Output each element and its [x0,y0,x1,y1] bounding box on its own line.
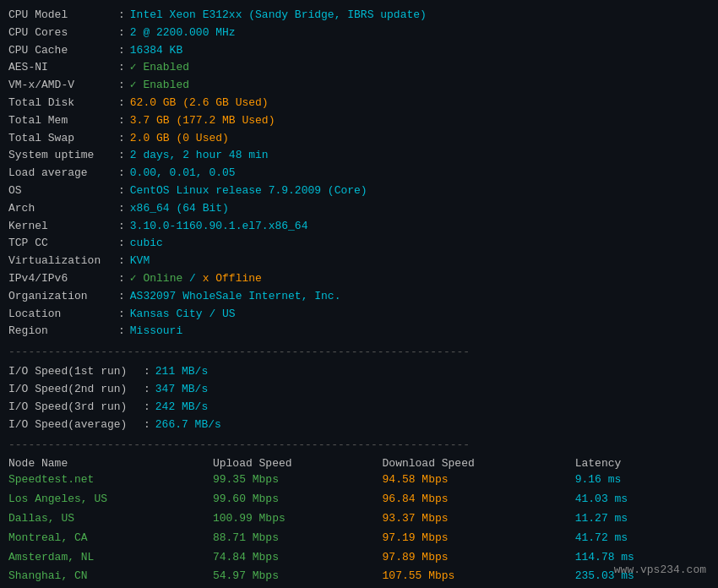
sysinfo-row: CPU Model: Intel Xeon E312xx (Sandy Brid… [8,7,710,24]
colon: : [118,147,125,165]
sysinfo-label: Total Swap [8,130,118,148]
io-row: I/O Speed(average): 266.7 MB/s [8,416,710,434]
sysinfo-value: ✓ Enabled [130,59,189,77]
sysinfo-row: Location: Kansas City / US [8,306,710,324]
sysinfo-value: 2.0 GB (0 Used) [130,130,229,148]
colon: : [118,323,125,340]
sysinfo-label: Total Disk [8,95,118,112]
sysinfo-row: CPU Cores: 2 @ 2200.000 MHz [8,24,710,42]
network-row: Amsterdam, NL74.84 Mbps97.89 Mbps114.78 … [8,548,710,568]
watermark-label: www.vps234.com [614,564,706,576]
colon: : [118,288,125,306]
io-row: I/O Speed(2nd run): 347 MB/s [8,381,710,399]
network-upload: 74.84 Mbps [213,548,383,568]
io-row: I/O Speed(3rd run): 242 MB/s [8,399,710,416]
sysinfo-row: Total Swap: 2.0 GB (0 Used) [8,130,710,148]
network-node: Los Angeles, US [8,490,213,509]
network-row: Speedtest.net99.35 Mbps94.58 Mbps9.16 ms [8,471,710,490]
colon: : [118,42,125,60]
network-download: 97.19 Mbps [383,529,575,548]
colon: : [118,59,125,77]
colon: : [118,270,125,288]
sysinfo-value: Missouri [130,323,182,340]
io-label: I/O Speed(3rd run) [8,399,144,416]
io-value: 242 MB/s [155,399,208,416]
colon: : [118,182,125,200]
sysinfo-value: 0.00, 0.01, 0.05 [130,165,236,182]
colon: : [118,95,125,112]
colon: : [118,112,125,130]
sysinfo-value: 16384 KB [130,42,182,60]
sysinfo-value: 2 days, 2 hour 48 min [130,147,269,165]
sysinfo-row: Total Disk: 62.0 GB (2.6 GB Used) [8,95,710,112]
sysinfo-value: KVM [130,253,150,270]
sysinfo-label: Organization [8,288,118,306]
network-download: 94.58 Mbps [383,471,575,490]
sysinfo-row: VM-x/AMD-V: ✓ Enabled [8,77,710,95]
sysinfo-row: Virtualization: KVM [8,253,710,270]
colon: : [118,218,125,236]
network-download: 96.84 Mbps [383,490,575,509]
colon: : [144,416,150,434]
sysinfo-row: Total Mem: 3.7 GB (177.2 MB Used) [8,112,710,130]
network-header: Latency [575,456,710,471]
network-latency: 41.03 ms [575,490,710,509]
network-latency: 41.72 ms [575,529,710,548]
network-table: Node NameUpload SpeedDownload SpeedLaten… [8,456,710,588]
sysinfo-value: CentOS Linux release 7.9.2009 (Core) [130,182,367,200]
sysinfo-row: Load average: 0.00, 0.01, 0.05 [8,165,710,182]
sysinfo-value: 3.7 GB (177.2 MB Used) [130,112,275,130]
sysinfo-label: TCP CC [8,235,118,253]
io-label: I/O Speed(2nd run) [8,381,144,399]
sysinfo-label: Region [8,323,118,340]
colon: : [118,306,125,324]
sysinfo-row: System uptime: 2 days, 2 hour 48 min [8,147,710,165]
colon: : [118,77,125,95]
network-node: Shanghai, CN [8,567,213,586]
sysinfo-row: Kernel: 3.10.0-1160.90.1.el7.x86_64 [8,218,710,236]
io-value: 266.7 MB/s [155,416,221,434]
divider-2: ----------------------------------------… [8,438,710,451]
sysinfo-value: 2 @ 2200.000 MHz [130,24,236,42]
colon: : [144,381,150,399]
io-section: I/O Speed(1st run): 211 MB/sI/O Speed(2n… [8,363,710,451]
io-label: I/O Speed(1st run) [8,363,144,381]
sysinfo-row: CPU Cache: 16384 KB [8,42,710,60]
colon: : [118,253,125,270]
sysinfo-label: Kernel [8,218,118,236]
sysinfo-value: Kansas City / US [130,306,236,324]
colon: : [118,200,125,218]
sysinfo-label: AES-NI [8,59,118,77]
sysinfo-label: System uptime [8,147,118,165]
network-upload: 100.99 Mbps [213,509,383,529]
sysinfo-label: IPv4/IPv6 [8,270,118,288]
sysinfo-label: OS [8,182,118,200]
sysinfo-value: ✓ Online / x Offline [130,270,262,288]
network-upload: 99.60 Mbps [213,490,383,509]
sysinfo-row: AES-NI: ✓ Enabled [8,59,710,77]
network-node: Speedtest.net [8,471,213,490]
io-row: I/O Speed(1st run): 211 MB/s [8,363,710,381]
network-upload: 54.97 Mbps [213,567,383,586]
sysinfo-value: 3.10.0-1160.90.1.el7.x86_64 [130,218,308,236]
sysinfo-label: Total Mem [8,112,118,130]
sysinfo-row: TCP CC: cubic [8,235,710,253]
sysinfo-label: VM-x/AMD-V [8,77,118,95]
network-header: Node Name [8,456,213,471]
colon: : [144,399,150,416]
network-row: Dallas, US100.99 Mbps93.37 Mbps11.27 ms [8,509,710,529]
colon: : [118,235,125,253]
io-label: I/O Speed(average) [8,416,144,434]
sysinfo-label: CPU Model [8,7,118,24]
sysinfo-label: CPU Cache [8,42,118,60]
sysinfo-value: cubic [130,235,163,253]
sysinfo-row: OS: CentOS Linux release 7.9.2009 (Core) [8,182,710,200]
network-row: Montreal, CA88.71 Mbps97.19 Mbps41.72 ms [8,529,710,548]
network-latency: 9.16 ms [575,471,710,490]
network-node: Montreal, CA [8,529,213,548]
colon: : [118,24,125,42]
sysinfo-value: ✓ Enabled [130,77,189,95]
sysinfo-row: Region: Missouri [8,323,710,340]
network-upload: 99.35 Mbps [213,471,383,490]
sysinfo-label: Arch [8,200,118,218]
